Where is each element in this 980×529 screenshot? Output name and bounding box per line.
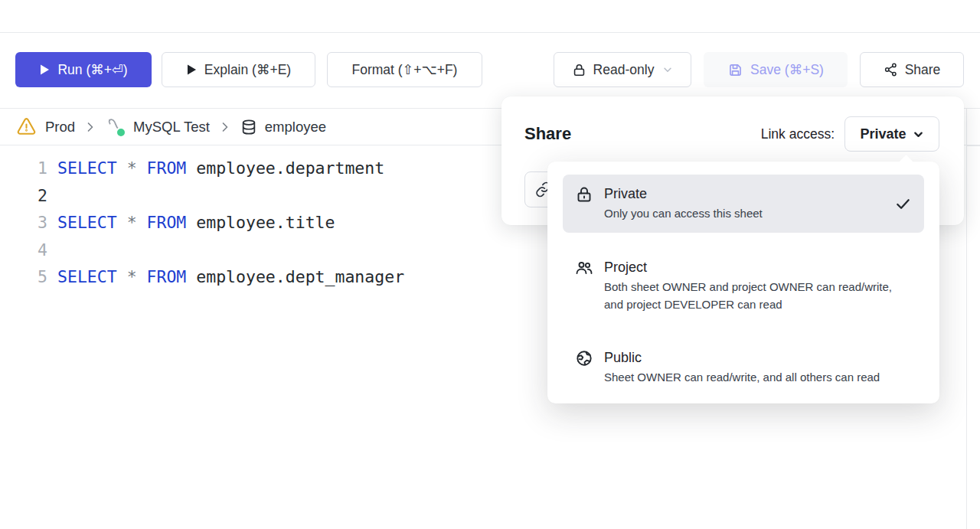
users-icon bbox=[575, 259, 593, 277]
line-code bbox=[47, 237, 57, 264]
chevron-down-icon bbox=[913, 129, 924, 140]
chevron-down-icon bbox=[662, 64, 673, 75]
explain-button-label: Explain (⌘+E) bbox=[204, 62, 291, 78]
chevron-right-icon bbox=[83, 120, 97, 134]
line-number: 1 bbox=[0, 155, 47, 182]
share-nodes-icon bbox=[884, 62, 898, 77]
lock-icon bbox=[572, 63, 586, 77]
save-button[interactable]: Save (⌘+S) bbox=[704, 52, 848, 87]
check-icon bbox=[894, 195, 912, 213]
format-button-label: Format (⇧+⌥+F) bbox=[352, 62, 458, 78]
link-access-menu: Private Only you can access this sheet P… bbox=[547, 162, 939, 403]
line-code: SELECT * FROM employee.title bbox=[47, 209, 335, 237]
line-code: SELECT * FROM employee.dept_manager bbox=[47, 263, 404, 291]
access-option-title: Project bbox=[604, 259, 912, 276]
save-button-label: Save (⌘+S) bbox=[750, 62, 824, 78]
lock-icon bbox=[575, 185, 593, 204]
line-code bbox=[47, 182, 57, 210]
play-icon bbox=[39, 64, 51, 76]
run-button-label: Run (⌘+⏎) bbox=[57, 62, 127, 78]
line-number: 5 bbox=[0, 263, 47, 291]
warning-icon bbox=[16, 117, 37, 136]
breadcrumb-instance[interactable]: MySQL Test bbox=[106, 117, 210, 137]
play-icon bbox=[186, 64, 198, 76]
breadcrumb-environment[interactable]: Prod bbox=[45, 119, 75, 136]
access-option-title: Public bbox=[604, 349, 912, 366]
access-menu-item-project[interactable]: Project Both sheet OWNER and project OWN… bbox=[563, 259, 924, 313]
header-divider bbox=[0, 32, 980, 33]
chevron-right-icon bbox=[218, 120, 232, 134]
share-popover-title: Share bbox=[524, 124, 571, 144]
breadcrumb-database[interactable]: employee bbox=[240, 118, 326, 136]
access-menu-item-private[interactable]: Private Only you can access this sheet bbox=[563, 175, 924, 233]
share-button-label: Share bbox=[905, 62, 941, 78]
right-panel-border bbox=[966, 145, 980, 146]
line-code: SELECT * FROM employee.department bbox=[47, 155, 384, 182]
link-access-label: Link access: bbox=[761, 126, 835, 142]
line-number: 3 bbox=[0, 209, 47, 237]
access-menu-item-public[interactable]: Public Sheet OWNER can read/write, and a… bbox=[563, 349, 924, 386]
access-option-description: Both sheet OWNER and project OWNER can r… bbox=[604, 278, 912, 313]
link-access-value: Private bbox=[860, 126, 906, 142]
access-option-title: Private bbox=[604, 185, 888, 202]
globe-icon bbox=[575, 349, 593, 367]
access-option-description: Only you can access this sheet bbox=[604, 204, 888, 222]
access-option-description: Sheet OWNER can read/write, and all othe… bbox=[604, 368, 912, 386]
instance-status-dot bbox=[116, 127, 126, 138]
save-icon bbox=[727, 62, 743, 78]
run-button[interactable]: Run (⌘+⏎) bbox=[15, 52, 152, 87]
line-number: 2 bbox=[0, 182, 47, 210]
database-icon bbox=[240, 118, 257, 136]
readonly-mode-dropdown[interactable]: Read-only bbox=[554, 52, 691, 87]
link-access-dropdown[interactable]: Private bbox=[844, 116, 939, 152]
share-button[interactable]: Share bbox=[860, 52, 964, 87]
right-panel-border bbox=[966, 108, 967, 529]
database-label: employee bbox=[265, 119, 326, 136]
readonly-label: Read-only bbox=[593, 62, 655, 78]
environment-label: Prod bbox=[45, 119, 75, 136]
explain-button[interactable]: Explain (⌘+E) bbox=[162, 52, 315, 87]
format-button[interactable]: Format (⇧+⌥+F) bbox=[327, 52, 482, 87]
mysql-icon bbox=[106, 117, 126, 137]
line-number: 4 bbox=[0, 237, 47, 264]
instance-label: MySQL Test bbox=[133, 119, 210, 136]
